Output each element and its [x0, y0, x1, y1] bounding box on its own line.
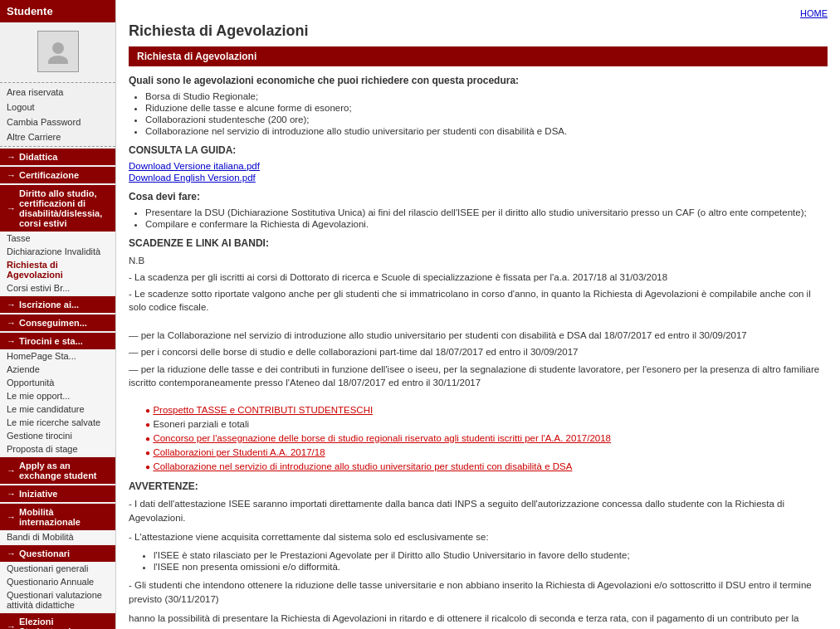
- homepage-stage-link[interactable]: HomePage Sta...: [0, 349, 115, 363]
- main-content: HOME Richiesta di Agevolazioni Richiesta…: [116, 0, 840, 629]
- cosa-fare-bullet-1: Compilare e confermare la Richiesta di A…: [145, 219, 828, 229]
- iscrizione-section[interactable]: Iscrizione ai...: [0, 296, 115, 313]
- guida-title: CONSULTA LA GUIDA:: [129, 144, 828, 156]
- mie-opportunita-link[interactable]: Le mie opport...: [0, 389, 115, 402]
- mie-ricerche-link[interactable]: Le mie ricerche salvate: [0, 416, 115, 429]
- area-riservata-link[interactable]: Area riservata: [0, 85, 115, 100]
- apply-exchange-section[interactable]: Apply as an exchange student: [0, 457, 115, 484]
- top-bar: HOME: [129, 8, 828, 18]
- cosa-fare-title: Cosa devi fare:: [129, 191, 828, 202]
- mie-candidature-link[interactable]: Le mie candidature: [0, 402, 115, 416]
- didattica-section[interactable]: Didattica: [0, 149, 115, 165]
- note-nb: N.B: [129, 254, 828, 267]
- cosa-fare-bullets: Presentare la DSU (Dichiarazione Sostitu…: [145, 207, 828, 229]
- questionari-generali-link[interactable]: Questionari generali: [0, 562, 115, 575]
- page-title: Richiesta di Agevolazioni: [129, 22, 828, 40]
- avvertenze-title: AVVERTENZE:: [129, 480, 828, 492]
- red-banner: Richiesta di Agevolazioni: [129, 46, 828, 66]
- questionari-valutazione-link[interactable]: Questionari valutazione attività didatti…: [0, 588, 115, 612]
- diritto-studio-section[interactable]: Diritto allo studio, certificazioni di d…: [0, 185, 115, 232]
- tirocini-section[interactable]: Tirocini e sta...: [0, 333, 115, 349]
- isee-bullets: l'ISEE è stato rilasciato per le Prestaz…: [154, 550, 828, 572]
- red-link-4[interactable]: Collaborazione nel servizio di introduzi…: [153, 461, 572, 471]
- avatar-container: [0, 22, 115, 80]
- note-line-1: - Le scadenze sotto riportate valgono an…: [129, 287, 828, 314]
- richiesta-agevolazioni-link[interactable]: Richiesta di Agevolazioni: [0, 258, 115, 281]
- intro-bullets: Borsa di Studio Regionale; Riduzione del…: [145, 91, 828, 136]
- certificazione-section[interactable]: Certificazione: [0, 167, 115, 183]
- bandi-mobilita-link[interactable]: Bandi di Mobilità: [0, 530, 115, 544]
- guida-italiano-link[interactable]: Download Versione italiana.pdf: [129, 161, 828, 171]
- sidebar-title: Studente: [0, 0, 115, 22]
- isee-bullet-1: l'ISEE non presenta omissioni e/o diffor…: [154, 562, 828, 572]
- questionari-section[interactable]: Questionari: [0, 545, 115, 562]
- isee-bullet-0: l'ISEE è stato rilasciato per le Prestaz…: [154, 550, 828, 560]
- svg-point-0: [52, 42, 64, 54]
- deadline-line-0: — per la Collaborazione nel servizio di …: [129, 329, 828, 342]
- altre-carriere-link[interactable]: Altre Carriere: [0, 129, 115, 144]
- intro-bullet-0: Borsa di Studio Regionale;: [145, 91, 828, 101]
- elezioni-section[interactable]: Elezioni Studentesche: [0, 613, 115, 629]
- proposta-stage-link[interactable]: Proposta di stage: [0, 442, 115, 456]
- cosa-fare-bullet-0: Presentare la DSU (Dichiarazione Sostitu…: [145, 207, 828, 217]
- conseguimento-section[interactable]: Conseguimen...: [0, 314, 115, 331]
- avvertenze-extra: - Gli studenti che intendono ottenere la…: [129, 578, 828, 607]
- opportunita-link[interactable]: Opportunità: [0, 376, 115, 389]
- logout-link[interactable]: Logout: [0, 100, 115, 115]
- intro-question: Quali sono le agevolazioni economiche ch…: [129, 75, 828, 86]
- svg-point-1: [48, 56, 68, 64]
- tasse-link[interactable]: Tasse: [0, 232, 115, 245]
- red-link-1-text: Esoneri parziali e totali: [153, 419, 249, 429]
- avvertenze-extra2: hanno la possibilità di presentare la Ri…: [129, 612, 828, 629]
- home-link[interactable]: HOME: [800, 8, 828, 18]
- intro-bullet-2: Collaborazioni studentesche (200 ore);: [145, 115, 828, 124]
- scadenze-title: SCADENZE E LINK AI BANDI:: [129, 237, 828, 249]
- gestione-tirocini-link[interactable]: Gestione tirocini: [0, 429, 115, 442]
- questionario-annuale-link[interactable]: Questionario Annuale: [0, 575, 115, 588]
- intro-bullet-1: Riduzione delle tasse e alcune forme di …: [145, 103, 828, 113]
- aziende-link[interactable]: Aziende: [0, 363, 115, 376]
- red-link-3[interactable]: Collaborazioni per Studenti A.A. 2017/18: [153, 447, 325, 457]
- avvertenze-line-0: - I dati dell'attestazione ISEE saranno …: [129, 497, 828, 526]
- red-link-2[interactable]: Concorso per l'assegnazione delle borse …: [153, 433, 611, 443]
- mobilita-section[interactable]: Mobilità internazionale: [0, 504, 115, 530]
- sidebar: Studente Area riservata Logout Cambia Pa…: [0, 0, 116, 629]
- iniziative-section[interactable]: Iniziative: [0, 485, 115, 502]
- deadline-line-1: — per i concorsi delle borse di studio e…: [129, 345, 828, 358]
- avvertenze-line-1: - L'attestazione viene acquisita corrett…: [129, 530, 828, 544]
- dichiarazione-invalidita-link[interactable]: Dichiarazione Invalidità: [0, 245, 115, 258]
- red-link-0[interactable]: Prospetto TASSE e CONTRIBUTI STUDENTESCH…: [153, 405, 373, 415]
- corsi-estivi-link[interactable]: Corsi estivi Br...: [0, 281, 115, 295]
- guida-english-link[interactable]: Download English Version.pdf: [129, 173, 828, 183]
- cambia-password-link[interactable]: Cambia Password: [0, 115, 115, 129]
- avatar: [37, 31, 79, 72]
- deadline-line-2: — per la riduzione delle tasse e dei con…: [129, 363, 828, 389]
- intro-bullet-3: Collaborazione nel servizio di introduzi…: [145, 126, 828, 136]
- note-line-0: - La scadenza per gli iscritti ai corsi …: [129, 271, 828, 284]
